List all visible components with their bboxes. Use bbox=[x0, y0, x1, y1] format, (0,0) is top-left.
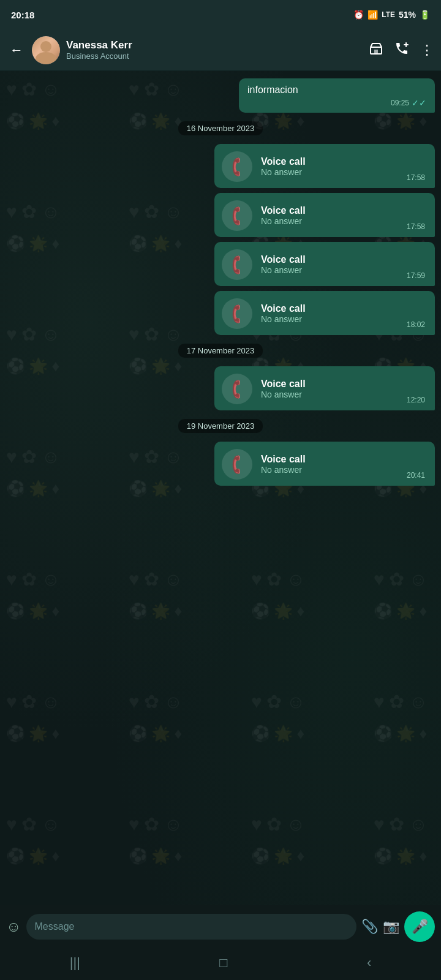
voice-call-3[interactable]: 📞 Voice call No answer 17:59 bbox=[214, 242, 435, 286]
phone-missed-icon-4: 📞 bbox=[225, 302, 248, 325]
voice-call-4[interactable]: 📞 Voice call No answer 18:02 bbox=[214, 291, 435, 335]
nav-home-button[interactable]: □ bbox=[219, 955, 227, 971]
emoji-button[interactable]: ☺ bbox=[6, 918, 21, 935]
contact-subtitle: Business Account bbox=[66, 51, 363, 61]
voice-call-1[interactable]: 📞 Voice call No answer 17:58 bbox=[214, 144, 435, 188]
chat-header: ← Vanessa Kerr Business Account ⋮ bbox=[0, 29, 441, 71]
call-info-4: Voice call No answer bbox=[261, 303, 398, 324]
sent-message: informacion 09:25 ✓✓ bbox=[239, 78, 435, 113]
call-title-6: Voice call bbox=[261, 454, 398, 465]
call-status-2: No answer bbox=[261, 216, 398, 226]
chat-area: informacion 09:25 ✓✓ 16 November 2023 📞 … bbox=[0, 71, 441, 905]
voice-call-2[interactable]: 📞 Voice call No answer 17:58 bbox=[214, 193, 435, 237]
add-call-icon[interactable] bbox=[394, 41, 409, 59]
sent-message-text: informacion bbox=[247, 85, 426, 96]
input-bar: ☺ 📎 📷 🎤 bbox=[0, 905, 441, 948]
bottom-nav: ||| □ ‹ bbox=[0, 948, 441, 980]
nav-recent-button[interactable]: ‹ bbox=[367, 955, 371, 971]
sent-message-time: 09:25 ✓✓ bbox=[247, 98, 426, 108]
call-icon-circle-2: 📞 bbox=[222, 200, 252, 231]
call-title-1: Voice call bbox=[261, 156, 398, 167]
more-options-icon[interactable]: ⋮ bbox=[420, 42, 434, 58]
call-status-5: No answer bbox=[261, 390, 398, 399]
call-time-3: 17:59 bbox=[407, 271, 425, 280]
alarm-icon: ⏰ bbox=[353, 10, 364, 20]
status-bar: 20:18 ⏰ 📶 LTE 51% 🔋 bbox=[0, 0, 441, 29]
phone-missed-icon-6: 📞 bbox=[225, 453, 248, 475]
call-time-2: 17:58 bbox=[407, 222, 425, 231]
status-icons: ⏰ 📶 LTE 51% 🔋 bbox=[353, 10, 430, 20]
call-icon-circle-3: 📞 bbox=[222, 249, 252, 280]
battery-label: 51% bbox=[399, 10, 416, 20]
call-time-4: 18:02 bbox=[407, 320, 425, 329]
call-icon-circle-1: 📞 bbox=[222, 151, 252, 182]
read-check: ✓✓ bbox=[412, 98, 426, 108]
call-title-3: Voice call bbox=[261, 254, 398, 265]
call-status-4: No answer bbox=[261, 314, 398, 324]
attach-button[interactable]: 📎 bbox=[361, 919, 378, 935]
message-input[interactable] bbox=[26, 914, 356, 940]
voice-call-5[interactable]: 📞 Voice call No answer 12:20 bbox=[214, 366, 435, 410]
call-time-6: 20:41 bbox=[407, 471, 425, 480]
battery-icon: 🔋 bbox=[420, 10, 430, 20]
nav-back-button[interactable]: ||| bbox=[70, 955, 80, 971]
call-status-3: No answer bbox=[261, 265, 398, 275]
call-time-5: 12:20 bbox=[407, 396, 425, 404]
call-title-5: Voice call bbox=[261, 379, 398, 390]
voice-call-6[interactable]: 📞 Voice call No answer 20:41 bbox=[214, 442, 435, 486]
signal-icon: LTE bbox=[382, 10, 395, 19]
date-separator-1: 16 November 2023 bbox=[6, 121, 435, 135]
svg-rect-1 bbox=[374, 50, 378, 54]
status-time: 20:18 bbox=[11, 10, 34, 20]
call-title-4: Voice call bbox=[261, 303, 398, 314]
contact-name: Vanessa Kerr bbox=[66, 39, 363, 51]
contact-info[interactable]: Vanessa Kerr Business Account bbox=[66, 39, 363, 61]
contact-avatar[interactable] bbox=[32, 36, 60, 64]
header-actions: ⋮ bbox=[369, 41, 434, 59]
call-icon-circle-5: 📞 bbox=[222, 374, 252, 404]
mic-icon: 🎤 bbox=[412, 919, 428, 935]
call-info-3: Voice call No answer bbox=[261, 254, 398, 275]
date-separator-2: 17 November 2023 bbox=[6, 344, 435, 358]
date-separator-3: 19 November 2023 bbox=[6, 419, 435, 433]
call-status-6: No answer bbox=[261, 465, 398, 475]
call-time-1: 17:58 bbox=[407, 173, 425, 182]
call-icon-circle-6: 📞 bbox=[222, 449, 252, 480]
back-button[interactable]: ← bbox=[7, 40, 26, 61]
call-info-5: Voice call No answer bbox=[261, 379, 398, 399]
call-title-2: Voice call bbox=[261, 205, 398, 216]
camera-button[interactable]: 📷 bbox=[383, 919, 399, 935]
phone-missed-icon-1: 📞 bbox=[225, 155, 248, 178]
wifi-icon: 📶 bbox=[368, 10, 378, 20]
phone-missed-icon-3: 📞 bbox=[225, 253, 248, 276]
call-icon-circle-4: 📞 bbox=[222, 298, 252, 329]
call-info-1: Voice call No answer bbox=[261, 156, 398, 177]
call-info-6: Voice call No answer bbox=[261, 454, 398, 475]
phone-missed-icon-5: 📞 bbox=[225, 377, 248, 400]
phone-missed-icon-2: 📞 bbox=[225, 204, 248, 227]
store-icon[interactable] bbox=[369, 41, 383, 59]
call-status-1: No answer bbox=[261, 167, 398, 177]
call-info-2: Voice call No answer bbox=[261, 205, 398, 226]
mic-button[interactable]: 🎤 bbox=[404, 911, 435, 942]
